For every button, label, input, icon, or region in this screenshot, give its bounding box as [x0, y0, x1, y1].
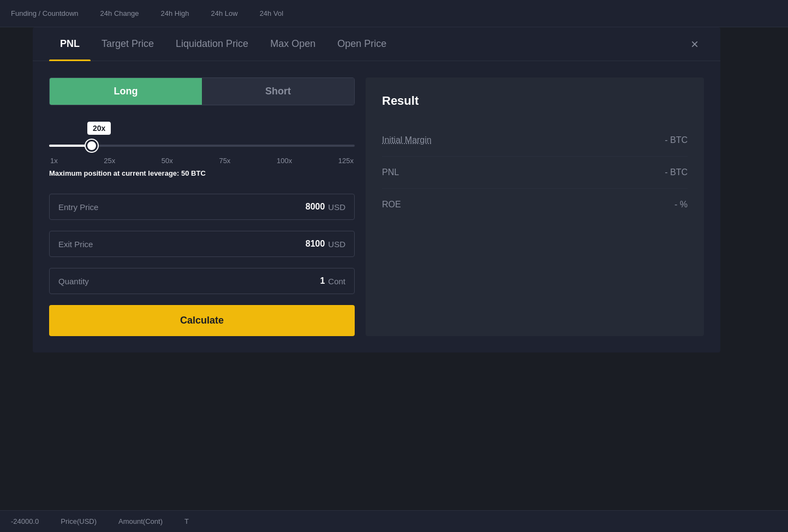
leverage-label-75x: 75x — [219, 157, 230, 165]
max-position-unit: BTC — [191, 169, 206, 177]
close-button[interactable]: × — [685, 32, 704, 56]
leverage-label-100x: 100x — [277, 157, 292, 165]
pnl-value: - BTC — [665, 168, 688, 177]
change-label: 24h Change — [100, 9, 139, 17]
result-title: Result — [382, 94, 688, 108]
leverage-label-1x: 1x — [50, 157, 58, 165]
exit-price-value: 8100 — [306, 239, 325, 249]
initial-margin-value: - BTC — [665, 135, 688, 145]
max-position-prefix: Maximum position at current leverage: — [49, 169, 181, 177]
result-row-roe: ROE - % — [382, 189, 688, 220]
leverage-label-50x: 50x — [162, 157, 173, 165]
vol-label: 24h Vol — [260, 9, 283, 17]
long-button[interactable]: Long — [50, 78, 202, 105]
result-row-pnl: PNL - BTC — [382, 157, 688, 189]
leverage-slider-area: 20x 1x 25x 50x 75x 100x 125x Maximum — [49, 116, 355, 183]
entry-price-unit: USD — [328, 202, 345, 212]
content-area: Long Short 20x 1x 25x 50x 75x 100x — [33, 61, 720, 352]
right-panel: Result Initial Margin - BTC PNL - BTC RO… — [366, 77, 704, 336]
calculator-modal: PNL Target Price Liquidation Price Max O… — [33, 27, 720, 352]
short-button[interactable]: Short — [202, 78, 354, 105]
exit-price-label: Exit Price — [58, 240, 306, 249]
quantity-field[interactable]: Quantity 1 Cont — [49, 268, 355, 294]
roe-label: ROE — [382, 200, 674, 210]
quantity-unit: Cont — [328, 277, 345, 286]
slider-track — [49, 145, 355, 147]
bottom-price-usd: Price(USD) — [61, 517, 97, 525]
direction-toggle: Long Short — [49, 77, 355, 105]
max-position-value: 50 — [181, 169, 189, 177]
tab-bar: PNL Target Price Liquidation Price Max O… — [33, 27, 720, 61]
bottom-bar: -24000.0 Price(USD) Amount(Cont) T — [0, 510, 788, 532]
result-row-initial-margin: Initial Margin - BTC — [382, 124, 688, 157]
quantity-label: Quantity — [58, 277, 320, 286]
slider-container[interactable] — [49, 139, 355, 152]
bottom-t: T — [184, 517, 189, 525]
leverage-label-125x: 125x — [338, 157, 354, 165]
bottom-amount: Amount(Cont) — [118, 517, 163, 525]
high-label: 24h High — [160, 9, 189, 17]
low-label: 24h Low — [211, 9, 237, 17]
tab-pnl[interactable]: PNL — [49, 27, 91, 61]
entry-price-field[interactable]: Entry Price 8000 USD — [49, 194, 355, 220]
exit-price-unit: USD — [328, 240, 345, 249]
tab-open-price[interactable]: Open Price — [326, 27, 397, 61]
exit-price-field[interactable]: Exit Price 8100 USD — [49, 231, 355, 257]
max-position: Maximum position at current leverage: 50… — [49, 169, 355, 177]
initial-margin-label: Initial Margin — [382, 135, 665, 145]
entry-price-label: Entry Price — [58, 202, 306, 212]
top-bar: Funding / Countdown 24h Change 24h High … — [0, 0, 788, 27]
left-panel: Long Short 20x 1x 25x 50x 75x 100x — [49, 77, 355, 336]
quantity-value: 1 — [320, 276, 325, 286]
tab-liquidation-price[interactable]: Liquidation Price — [165, 27, 259, 61]
roe-value: - % — [674, 200, 688, 210]
tab-max-open[interactable]: Max Open — [259, 27, 326, 61]
entry-price-value: 8000 — [306, 202, 325, 212]
tab-target-price[interactable]: Target Price — [91, 27, 165, 61]
leverage-badge: 20x — [87, 122, 111, 135]
calculate-button[interactable]: Calculate — [49, 305, 355, 336]
slider-labels: 1x 25x 50x 75x 100x 125x — [49, 157, 355, 165]
leverage-label-25x: 25x — [104, 157, 115, 165]
funding-label: Funding / Countdown — [11, 9, 79, 17]
bottom-price: -24000.0 — [11, 517, 39, 525]
pnl-label: PNL — [382, 168, 665, 177]
slider-thumb[interactable] — [86, 140, 98, 152]
